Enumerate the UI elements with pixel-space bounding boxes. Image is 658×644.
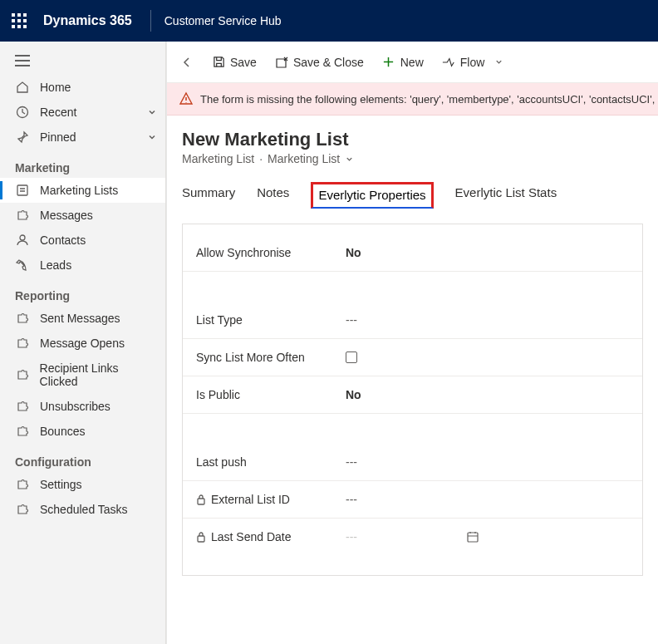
topbar-divider (150, 10, 151, 32)
clock-icon (15, 106, 30, 119)
nav-contacts[interactable]: Contacts (0, 228, 165, 253)
nav-bounces[interactable]: Bounces (0, 419, 165, 444)
field-label: Last Send Date (196, 530, 346, 543)
field-value: --- (346, 313, 357, 327)
tab-bar: Summary Notes Everlytic Properties Everl… (167, 169, 658, 209)
nav-settings[interactable]: Settings (0, 472, 165, 497)
nav-section-configuration: Configuration (0, 444, 165, 472)
flow-label: Flow (460, 56, 485, 69)
hamburger-icon[interactable] (0, 42, 165, 75)
svg-point-2 (20, 235, 25, 240)
nav-label: Unsubscribes (40, 400, 110, 413)
svg-rect-5 (468, 533, 478, 542)
puzzle-icon (15, 312, 30, 325)
save-button[interactable]: Save (212, 56, 257, 69)
form-panel: Allow Synchronise No List Type --- Sync … (182, 224, 643, 576)
puzzle-icon (15, 209, 30, 222)
field-label: External List ID (196, 493, 346, 506)
svg-rect-4 (198, 536, 204, 542)
plus-icon (382, 56, 395, 69)
nav-messages[interactable]: Messages (0, 203, 165, 228)
new-button[interactable]: New (382, 56, 424, 69)
nav-label: Messages (40, 209, 93, 222)
puzzle-icon (15, 503, 30, 516)
svg-rect-3 (198, 499, 204, 504)
chevron-down-icon (147, 132, 157, 142)
save-close-label: Save & Close (293, 56, 364, 69)
home-icon (15, 81, 30, 94)
nav-unsubscribes[interactable]: Unsubscribes (0, 394, 165, 419)
nav-recipient-links[interactable]: Recipient Links Clicked (0, 356, 165, 394)
field-label: List Type (196, 313, 346, 327)
warning-banner: The form is missing the following elemen… (167, 83, 658, 116)
warning-text: The form is missing the following elemen… (200, 93, 658, 106)
field-label: Sync List More Often (196, 351, 346, 364)
puzzle-icon (15, 425, 30, 438)
crumb-form: Marketing List (268, 152, 340, 165)
person-icon (15, 234, 30, 247)
nav-sent-messages[interactable]: Sent Messages (0, 306, 165, 331)
puzzle-icon (15, 368, 30, 381)
main-content: Save Save & Close New Flow The form is m… (166, 42, 658, 644)
field-label: Allow Synchronise (196, 246, 346, 259)
field-value: --- (346, 493, 357, 506)
nav-label: Leads (40, 258, 71, 272)
nav-label: Scheduled Tasks (40, 503, 128, 516)
field-allow-sync[interactable]: Allow Synchronise No (183, 234, 642, 272)
nav-label: Recipient Links Clicked (40, 361, 157, 388)
nav-label: Sent Messages (40, 312, 120, 325)
nav-recent[interactable]: Recent (0, 100, 165, 125)
calendar-icon[interactable] (466, 530, 479, 543)
save-icon (212, 56, 225, 69)
tab-everlytic-stats[interactable]: Everlytic List Stats (455, 185, 557, 209)
warning-icon (179, 91, 194, 106)
nav-label: Contacts (40, 234, 86, 247)
list-icon (15, 184, 30, 197)
field-is-public[interactable]: Is Public No (183, 376, 642, 414)
nav-message-opens[interactable]: Message Opens (0, 331, 165, 356)
save-close-button[interactable]: Save & Close (275, 56, 364, 69)
nav-label: Marketing Lists (40, 184, 118, 197)
phone-icon (15, 258, 30, 272)
lock-icon (196, 494, 206, 505)
field-value: No (346, 246, 361, 259)
field-external-id: External List ID --- (183, 481, 642, 519)
nav-scheduled-tasks[interactable]: Scheduled Tasks (0, 497, 165, 522)
brand-label: Dynamics 365 (43, 13, 132, 28)
breadcrumb: Marketing List · Marketing List (182, 152, 643, 165)
flow-button[interactable]: Flow (442, 56, 504, 69)
back-button[interactable] (180, 56, 194, 69)
tab-everlytic-properties[interactable]: Everlytic Properties (311, 182, 433, 209)
chevron-down-icon[interactable] (345, 155, 354, 164)
field-value: --- (346, 530, 357, 543)
sidebar: Home Recent Pinned Marketing (0, 42, 166, 644)
nav-marketing-lists[interactable]: Marketing Lists (0, 178, 165, 203)
checkbox-input[interactable] (346, 351, 357, 363)
field-last-send: Last Send Date --- (183, 519, 642, 555)
field-list-type[interactable]: List Type --- (183, 302, 642, 339)
save-close-icon (275, 56, 288, 69)
nav-leads[interactable]: Leads (0, 253, 165, 278)
tab-summary[interactable]: Summary (182, 185, 235, 209)
nav-home[interactable]: Home (0, 75, 165, 100)
nav-label: Home (40, 81, 71, 94)
chevron-down-icon (494, 57, 503, 66)
puzzle-icon (15, 337, 30, 350)
field-sync-more[interactable]: Sync List More Often (183, 339, 642, 376)
command-bar: Save Save & Close New Flow (167, 42, 658, 83)
puzzle-icon (15, 478, 30, 491)
nav-label: Message Opens (40, 337, 125, 350)
page-header: New Marketing List Marketing List · Mark… (167, 116, 658, 169)
nav-label: Settings (40, 478, 82, 491)
chevron-down-icon (147, 107, 157, 117)
tab-notes[interactable]: Notes (257, 185, 289, 209)
nav-label: Pinned (40, 130, 76, 144)
nav-label: Bounces (40, 425, 85, 438)
field-last-push[interactable]: Last push --- (183, 444, 642, 481)
nav-pinned[interactable]: Pinned (0, 125, 165, 150)
field-value: --- (346, 455, 357, 469)
lock-icon (196, 531, 206, 543)
app-launcher-icon[interactable] (12, 13, 27, 28)
puzzle-icon (15, 400, 30, 413)
crumb-sep: · (259, 152, 263, 165)
